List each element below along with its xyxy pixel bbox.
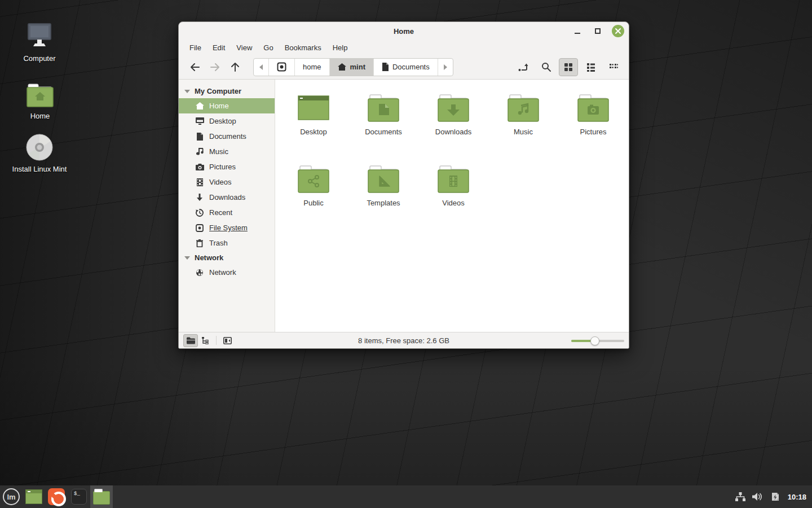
desktop-icon: [195, 117, 204, 125]
pathbar-segment-label: home: [303, 63, 321, 71]
film-icon: [195, 178, 204, 186]
status-text: 8 items, Free space: 2.6 GB: [179, 336, 629, 345]
zoom-slider[interactable]: [571, 334, 624, 347]
sidebar-item-documents[interactable]: Documents: [179, 129, 275, 144]
pathbar-segment-mint[interactable]: mint: [330, 59, 374, 76]
menubar: File Edit View Go Bookmarks Help: [179, 40, 629, 55]
file-item-documents[interactable]: Documents: [348, 87, 418, 159]
sidebar-item-videos[interactable]: Videos: [179, 174, 275, 190]
install-cd-icon: [5, 132, 74, 161]
mint-menu-button[interactable]: lm: [0, 485, 23, 508]
sidebar-item-downloads[interactable]: Downloads: [179, 190, 275, 205]
file-manager-icon: [93, 491, 110, 505]
file-item-pictures[interactable]: Pictures: [558, 87, 628, 159]
terminal-launcher[interactable]: $_: [68, 485, 90, 508]
battery-icon: [771, 492, 780, 502]
menu-view[interactable]: View: [231, 42, 257, 54]
desktop-icon-home[interactable]: Home: [5, 79, 75, 120]
edit-location-icon: [518, 63, 528, 72]
compact-view-button[interactable]: [604, 58, 623, 76]
menu-bookmarks[interactable]: Bookmarks: [280, 42, 326, 54]
show-places-button[interactable]: [183, 334, 198, 347]
search-button[interactable]: [536, 58, 555, 76]
file-item-videos[interactable]: Videos: [418, 159, 488, 230]
home-icon: [195, 102, 204, 110]
menu-help[interactable]: Help: [328, 42, 353, 54]
close-button[interactable]: [612, 25, 624, 37]
menu-edit[interactable]: Edit: [208, 42, 230, 54]
sidebar-item-trash[interactable]: Trash: [179, 235, 275, 251]
show-treeview-button[interactable]: [198, 334, 213, 347]
folder-template-icon: [365, 163, 401, 195]
minimize-button[interactable]: [571, 25, 584, 37]
show-desktop-button[interactable]: [23, 485, 45, 508]
toggle-location-entry-button[interactable]: [514, 58, 533, 76]
forward-arrow-icon: [210, 63, 220, 71]
document-icon: [195, 133, 204, 141]
file-item-music[interactable]: Music: [488, 87, 558, 159]
forward-button[interactable]: [205, 59, 225, 76]
firefox-launcher[interactable]: [45, 485, 68, 508]
menu-go[interactable]: Go: [258, 42, 278, 54]
taskbar: lm $_: [0, 485, 812, 508]
pathbar-segment-label: Documents: [392, 63, 430, 71]
home-folder-icon: [5, 79, 75, 108]
back-button[interactable]: [184, 59, 205, 76]
file-item-public[interactable]: Public: [279, 159, 348, 230]
file-grid: Desktop Documents: [275, 80, 629, 230]
slider-thumb[interactable]: [590, 336, 599, 345]
titlebar[interactable]: Home: [179, 22, 629, 40]
sidebar-section-my-computer[interactable]: My Computer: [179, 84, 275, 98]
menu-file[interactable]: File: [184, 42, 206, 54]
pathbar-segment-home[interactable]: home: [295, 59, 330, 76]
pathbar-scroll-left-button[interactable]: [254, 59, 269, 76]
show-desktop-icon: [25, 489, 42, 504]
pathbar-scroll-right-button[interactable]: [438, 59, 453, 76]
computer-monitor-icon: [5, 21, 74, 51]
camera-icon: [195, 164, 204, 170]
power-tray-button[interactable]: [769, 491, 782, 503]
sidebar-item-recent[interactable]: Recent: [179, 205, 275, 220]
collapse-triangle-icon: [184, 256, 190, 260]
drive-icon: [195, 224, 204, 232]
up-button[interactable]: [225, 59, 245, 76]
sidebar-item-music[interactable]: Music: [179, 144, 275, 159]
desktop-icon-install-linux-mint[interactable]: Install Linux Mint: [5, 132, 74, 173]
system-tray: 10:18: [734, 485, 812, 508]
folder-download-icon: [435, 92, 471, 124]
sidebar-item-desktop[interactable]: Desktop: [179, 113, 275, 129]
file-item-templates[interactable]: Templates: [348, 159, 418, 230]
icon-view-button[interactable]: [559, 58, 578, 76]
sidebar-section-network[interactable]: Network: [179, 251, 275, 265]
desktop-icon-computer[interactable]: Computer: [5, 21, 74, 63]
desktop-icon-label: Computer: [5, 54, 74, 63]
sidebar: My Computer Home Desktop Documents: [179, 80, 275, 332]
sidebar-item-home[interactable]: Home: [179, 98, 275, 113]
up-arrow-icon: [231, 62, 239, 72]
file-item-downloads[interactable]: Downloads: [418, 87, 488, 159]
file-view[interactable]: Desktop Documents: [275, 80, 629, 332]
toggle-sidebar-button[interactable]: [220, 334, 235, 347]
chevron-left-icon: [259, 64, 263, 71]
pathbar-segment-documents[interactable]: Documents: [374, 59, 438, 76]
chevron-right-icon: [443, 64, 448, 71]
toolbar-right-group: [514, 58, 623, 76]
folder-music-icon: [505, 92, 541, 124]
sidebar-item-file-system[interactable]: File System: [179, 220, 275, 235]
list-view-button[interactable]: [581, 58, 601, 76]
maximize-button[interactable]: [592, 25, 604, 37]
pathbar-filesystem-button[interactable]: [269, 59, 295, 76]
trash-icon: [195, 239, 204, 247]
network-tray-button[interactable]: [734, 491, 747, 503]
network-wired-icon: [735, 492, 745, 502]
desktop-icon-label: Home: [5, 112, 75, 120]
compact-view-icon: [609, 63, 618, 71]
volume-tray-button[interactable]: [752, 491, 764, 503]
sidebar-item-network[interactable]: Network: [179, 265, 275, 280]
folder-film-icon: [435, 163, 471, 195]
file-item-desktop[interactable]: Desktop: [279, 87, 348, 159]
toolbar: home mint Documents: [179, 55, 629, 80]
clock[interactable]: 10:18: [787, 493, 806, 501]
files-window-button[interactable]: [90, 485, 113, 508]
sidebar-item-pictures[interactable]: Pictures: [179, 159, 275, 174]
